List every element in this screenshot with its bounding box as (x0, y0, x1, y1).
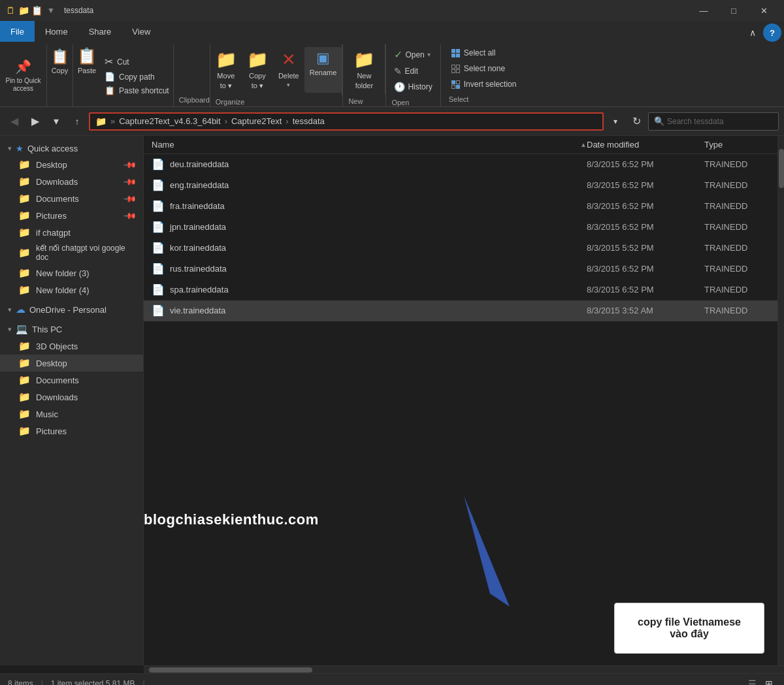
file-icon: 📄 (152, 242, 165, 254)
table-row[interactable]: 📄 deu.traineddata 8/3/2015 6:52 PM TRAIN… (144, 154, 777, 175)
sidebar-item-downloads-qa[interactable]: 📁 Downloads 📌 (0, 173, 143, 190)
new-group: 📁 New folder (343, 44, 385, 95)
sidebar-item-downloads-pc[interactable]: 📁 Downloads (0, 389, 143, 406)
cut-button[interactable]: ✂ Cut (102, 54, 172, 69)
sidebar-item-ifchatgpt[interactable]: 📁 if chatgpt (0, 224, 143, 241)
select-none-button[interactable]: Select none (449, 63, 519, 74)
maximize-button[interactable]: □ (719, 0, 749, 21)
copy-button[interactable]: 📋 Copy (47, 44, 73, 106)
horizontal-scrollbar[interactable] (144, 665, 784, 673)
this-pc-header[interactable]: ▾ 💻 This PC (0, 321, 143, 338)
tab-home[interactable]: Home (35, 21, 78, 42)
pin-icon: 📌 (123, 174, 137, 189)
details-view-button[interactable]: ☰ (745, 677, 759, 686)
sidebar-item-desktop-qa[interactable]: 📁 Desktop 📌 (0, 156, 143, 173)
sidebar-item-documents-qa[interactable]: 📁 Documents 📌 (0, 190, 143, 207)
new-folder-button[interactable]: 📁 New folder (348, 47, 380, 92)
close-button[interactable]: ✕ (749, 0, 779, 21)
status-divider: | (41, 679, 43, 686)
copy-path-label: Copy path (119, 72, 155, 82)
pin-to-quick-access-button[interactable]: 📌 Pin to Quick access (0, 44, 47, 106)
pin-icon: 📌 (123, 157, 137, 172)
invert-selection-label: Invert selection (464, 80, 517, 89)
new-folder-label2: folder (355, 82, 374, 89)
tab-share[interactable]: Share (78, 21, 122, 42)
select-all-button[interactable]: Select all (449, 47, 519, 59)
file-date: 8/3/2015 6:52 PM (587, 285, 704, 295)
search-bar[interactable]: 🔍 Search tessdata (648, 112, 779, 131)
sidebar-desktop-pc-label: Desktop (36, 358, 67, 368)
address-dropdown-button[interactable]: ▾ (606, 112, 625, 131)
table-row[interactable]: 📄 kor.traineddata 8/3/2015 5:52 PM TRAIN… (144, 238, 777, 259)
tab-file[interactable]: File (0, 21, 35, 42)
invert-selection-button[interactable]: Invert selection (449, 78, 519, 90)
history-button[interactable]: 🕐 History (391, 80, 434, 93)
edit-icon: ✎ (394, 66, 402, 76)
collapse-ribbon-button[interactable]: ∧ (743, 24, 762, 42)
help-button[interactable]: ? (763, 24, 781, 42)
invert-selection-icon (451, 80, 460, 89)
sidebar-item-3dobjects[interactable]: 📁 3D Objects (0, 338, 143, 355)
delete-button[interactable]: ✕ Delete ▾ (273, 47, 304, 93)
view-controls: ☰ ⊞ (745, 677, 776, 686)
sidebar-item-desktop-pc[interactable]: 📁 Desktop (0, 355, 143, 372)
address-part-3[interactable]: tessdata (293, 116, 325, 126)
table-row[interactable]: 📄 spa.traineddata 8/3/2015 6:52 PM TRAIN… (144, 279, 777, 300)
sidebar-item-pictures-qa[interactable]: 📁 Pictures 📌 (0, 207, 143, 224)
refresh-button[interactable]: ↻ (627, 112, 645, 131)
col-name-header: Name (152, 140, 632, 150)
sidebar-item-ketnoichatgpt[interactable]: 📁 kết nối chatgpt voi google doc (0, 241, 143, 264)
scissors-icon: ✂ (105, 56, 113, 68)
forward-button[interactable]: ▶ (26, 112, 44, 131)
table-row[interactable]: 📄 fra.traineddata 8/3/2015 6:52 PM TRAIN… (144, 196, 777, 217)
rename-button[interactable]: ▣ Rename (304, 47, 342, 93)
large-icons-view-button[interactable]: ⊞ (762, 677, 776, 686)
copy-path-button[interactable]: 📄 Copy path (102, 71, 172, 83)
up-button[interactable]: ↑ (68, 112, 86, 131)
title-bar-left: 🗒 📁 📋 ▼ tessdata (5, 5, 93, 16)
file-name: spa.traineddata (170, 285, 587, 295)
folder-icon: 📁 (18, 176, 31, 187)
move-to-button[interactable]: 📁 Move to ▾ (210, 47, 242, 93)
open-label: Open (405, 50, 424, 59)
address-part-1[interactable]: Capture2Text_v4.6.3_64bit (119, 116, 220, 126)
vertical-scrollbar[interactable] (777, 136, 784, 665)
folder-icon: 📁 (18, 374, 31, 386)
paste-shortcut-button[interactable]: 📋 Paste shortcut (102, 84, 172, 97)
select-group: Select all Select none Invert se (449, 47, 519, 90)
address-bar[interactable]: 📁 » Capture2Text_v4.6.3_64bit › Capture2… (89, 112, 604, 131)
file-icon: 📄 (152, 304, 165, 317)
folder-icon: 📁 (18, 159, 31, 170)
file-name: fra.traineddata (170, 201, 587, 211)
sidebar-3dobjects-label: 3D Objects (36, 342, 78, 351)
file-type: TRAINEDD (704, 264, 770, 274)
minimize-button[interactable]: — (689, 0, 719, 21)
new-group-label-container: New (343, 95, 385, 109)
onedrive-header[interactable]: ▾ ☁ OneDrive - Personal (0, 301, 143, 318)
sidebar-ketnoichatgpt-label: kết nối chatgpt voi google doc (36, 244, 135, 262)
tab-view[interactable]: View (122, 21, 161, 42)
back-button[interactable]: ◀ (5, 112, 24, 131)
file-icon: 📄 (152, 179, 165, 191)
table-row-selected[interactable]: 📄 vie.traineddata 8/3/2015 3:52 AM TRAIN… (144, 300, 777, 321)
sidebar-item-newfolder3[interactable]: 📁 New folder (3) (0, 264, 143, 281)
table-row[interactable]: 📄 eng.traineddata 8/3/2015 6:52 PM TRAIN… (144, 175, 777, 196)
status-divider2: | (143, 679, 145, 686)
sidebar-item-pictures-pc[interactable]: 📁 Pictures (0, 422, 143, 439)
open-group-label-container: Open (391, 93, 434, 108)
copy-to-button[interactable]: 📁 Copy to ▾ (242, 47, 273, 93)
file-list-header: Name ▲ Date modified Type (144, 136, 777, 154)
quick-access-header[interactable]: ▾ ★ Quick access (0, 141, 143, 156)
status-bar: 8 items | 1 item selected 5.81 MB | ☰ ⊞ (0, 673, 784, 685)
sidebar-item-newfolder4[interactable]: 📁 New folder (4) (0, 281, 143, 298)
sidebar-item-documents-pc[interactable]: 📁 Documents (0, 372, 143, 389)
edit-button[interactable]: ✎ Edit (391, 65, 434, 78)
file-type: TRAINEDD (704, 285, 770, 295)
table-row[interactable]: 📄 jpn.traineddata 8/3/2015 6:52 PM TRAIN… (144, 217, 777, 238)
address-part-2[interactable]: Capture2Text (231, 116, 282, 126)
sidebar-item-music-pc[interactable]: 📁 Music (0, 406, 143, 422)
recent-locations-button[interactable]: ▾ (47, 112, 65, 131)
table-row[interactable]: 📄 rus.traineddata 8/3/2015 6:52 PM TRAIN… (144, 259, 777, 279)
open-button[interactable]: ✓ Open ▾ (391, 47, 434, 62)
paste-button[interactable]: 📋 Paste (73, 44, 101, 106)
